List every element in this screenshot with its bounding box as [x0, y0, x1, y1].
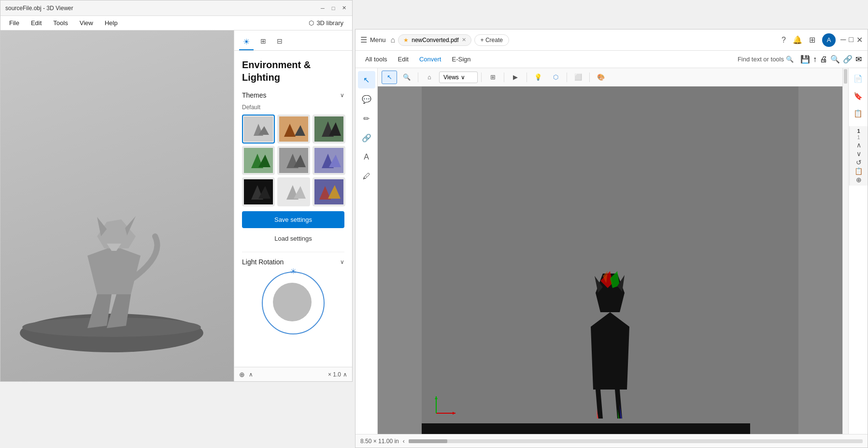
- minimize-button[interactable]: ─: [319, 5, 326, 12]
- maximize-button[interactable]: □: [330, 5, 337, 12]
- pdf-tool-comment[interactable]: 💬: [358, 90, 375, 108]
- pdf-tab-close-button[interactable]: ✕: [462, 37, 466, 43]
- pdf-minimize-button[interactable]: ─: [840, 35, 846, 44]
- page-number-display: 1: [857, 128, 860, 134]
- svg-marker-51: [435, 396, 438, 399]
- theme-8[interactable]: [277, 177, 310, 206]
- pdf-print-icon[interactable]: 🖨: [820, 55, 827, 64]
- 3d-tool-orbit[interactable]: 🔍: [399, 71, 414, 84]
- copy-button[interactable]: 📋: [854, 167, 863, 175]
- pdf-tool-text[interactable]: A: [358, 148, 375, 166]
- theme-2[interactable]: [277, 115, 310, 144]
- pdf-mail-icon[interactable]: ✉: [855, 55, 862, 64]
- pdf-tab-title: newConverted.pdf: [412, 37, 458, 43]
- theme-7[interactable]: [242, 177, 275, 206]
- pdf-share-icon[interactable]: ↑: [813, 55, 817, 64]
- axes-svg: [431, 394, 460, 418]
- 3d-tool-material[interactable]: ⬡: [548, 71, 563, 84]
- toolbar-edit[interactable]: Edit: [394, 54, 413, 65]
- theme-6[interactable]: [313, 146, 345, 175]
- menu-help[interactable]: Help: [100, 17, 123, 29]
- page-up-button[interactable]: ∧: [856, 141, 861, 149]
- theme-1[interactable]: [242, 115, 275, 144]
- pdf-maximize-button[interactable]: □: [849, 35, 854, 44]
- 3d-viewport[interactable]: [0, 30, 234, 381]
- pdf-panel-bookmarks[interactable]: 🔖: [851, 88, 866, 104]
- menu-view[interactable]: View: [75, 17, 98, 29]
- pdf-home-button[interactable]: ⌂: [391, 36, 396, 44]
- pdf-zoom-icon[interactable]: 🔍: [830, 55, 840, 64]
- menu-edit[interactable]: Edit: [26, 17, 46, 29]
- save-settings-button[interactable]: Save settings: [242, 211, 344, 228]
- 3d-tool-lighting[interactable]: 💡: [530, 71, 546, 84]
- pdf-scroll-left-btn[interactable]: ‹: [403, 438, 405, 445]
- pdf-user-avatar[interactable]: A: [822, 33, 836, 47]
- close-button[interactable]: ✕: [341, 5, 347, 12]
- tab-layout[interactable]: ⊟: [273, 34, 286, 50]
- menu-file[interactable]: File: [4, 17, 24, 29]
- pdf-tool-link[interactable]: 🔗: [358, 129, 375, 146]
- pdf-panel-pages[interactable]: 📄: [851, 71, 866, 87]
- pdf-horizontal-scroll[interactable]: [409, 439, 863, 443]
- pdf-bottom-bar: 8.50 × 11.00 in ‹: [356, 434, 868, 448]
- tab-environment[interactable]: ☀: [239, 34, 254, 50]
- pdf-viewport[interactable]: ↖ 🔍 ⌂ Views ∨ ⊞ ▶ 💡 ⬡ ⬜ 🎨: [378, 68, 842, 434]
- 3d-tool-home[interactable]: ⌂: [422, 71, 437, 84]
- load-settings-button[interactable]: Load settings: [242, 231, 344, 246]
- theme-9[interactable]: [313, 177, 345, 206]
- themes-section-header: Themes ∨: [242, 91, 344, 99]
- expand-icon[interactable]: ∧: [249, 371, 253, 378]
- tab-grid[interactable]: ⊞: [256, 34, 270, 50]
- themes-chevron-icon[interactable]: ∨: [340, 92, 344, 99]
- pdf-menu-button[interactable]: ☰: [360, 35, 367, 44]
- theme-3[interactable]: [313, 115, 345, 144]
- title-bar-controls: ─ □ ✕: [319, 5, 347, 12]
- status-bar: ⊕ ∧ × 1.0 ∧: [234, 367, 352, 381]
- pdf-left-toolbar: ↖ 💬 ✏ 🔗 A 🖊: [356, 68, 378, 434]
- pdf-tool-select[interactable]: ↖: [358, 71, 375, 88]
- pdf-notifications-icon[interactable]: 🔔: [793, 35, 802, 44]
- pdf-tool-draw[interactable]: ✏: [358, 110, 375, 127]
- zoom-up-icon[interactable]: ∧: [343, 371, 347, 378]
- pdf-title-bar: ☰ Menu ⌂ ★ newConverted.pdf ✕ + Create ?…: [356, 29, 868, 51]
- 3d-tool-select[interactable]: ↖: [382, 71, 397, 84]
- pdf-panel-thumbnails[interactable]: 📋: [851, 106, 866, 121]
- 3d-library-button[interactable]: ⬡ 3D library: [304, 17, 348, 29]
- pdf-tab-file[interactable]: ★ newConverted.pdf ✕: [398, 34, 471, 46]
- pdf-link-icon[interactable]: 🔗: [843, 55, 853, 64]
- zoom-in-button[interactable]: ⊕: [856, 176, 862, 184]
- zoom-fit-button[interactable]: ↺: [856, 159, 862, 166]
- page-down-button[interactable]: ∨: [856, 150, 861, 158]
- pdf-search-area[interactable]: Find text or tools 🔍: [738, 56, 794, 63]
- pdf-close-button[interactable]: ✕: [856, 35, 863, 44]
- theme-4[interactable]: [242, 146, 275, 175]
- 3d-tool-render[interactable]: 🎨: [593, 71, 609, 84]
- pdf-help-icon[interactable]: ?: [782, 36, 786, 44]
- toolbar-convert[interactable]: Convert: [415, 54, 445, 65]
- page-number-sidebar: 1 1 ∧ ∨ ↺ 📋 ⊕: [849, 126, 868, 186]
- pdf-scrollbar[interactable]: [842, 68, 848, 434]
- 3d-tool-background[interactable]: ⬜: [570, 71, 586, 84]
- rotation-dial[interactable]: ☀: [262, 272, 325, 334]
- pdf-tool-fill[interactable]: 🖊: [358, 168, 375, 185]
- menu-tools[interactable]: Tools: [48, 17, 72, 29]
- pdf-save-icon[interactable]: 💾: [800, 55, 810, 64]
- 3d-tool-nodes[interactable]: ⊞: [485, 71, 500, 84]
- svg-marker-36: [596, 390, 603, 419]
- toolbar-all-tools[interactable]: All tools: [361, 54, 391, 65]
- scroll-thumb[interactable]: [844, 69, 847, 84]
- default-label: Default: [242, 104, 344, 111]
- svg-marker-49: [453, 412, 455, 415]
- pdf-size-label: 8.50 × 11.00 in: [360, 438, 399, 445]
- pdf-apps-icon[interactable]: ⊞: [809, 35, 815, 44]
- zoom-level: × 1.0 ∧: [328, 371, 347, 378]
- 3d-views-dropdown[interactable]: Views ∨: [439, 72, 478, 83]
- pdf-create-button[interactable]: + Create: [474, 34, 509, 46]
- toolbar-esign[interactable]: E-Sign: [448, 54, 474, 65]
- 3d-tool-play[interactable]: ▶: [508, 71, 523, 84]
- light-rotation-chevron[interactable]: ∨: [340, 259, 344, 265]
- views-dropdown-chevron: ∨: [461, 74, 465, 81]
- grid-tab-icon: ⊞: [260, 37, 266, 45]
- theme-5[interactable]: [277, 146, 310, 175]
- dial-sphere: [273, 283, 312, 321]
